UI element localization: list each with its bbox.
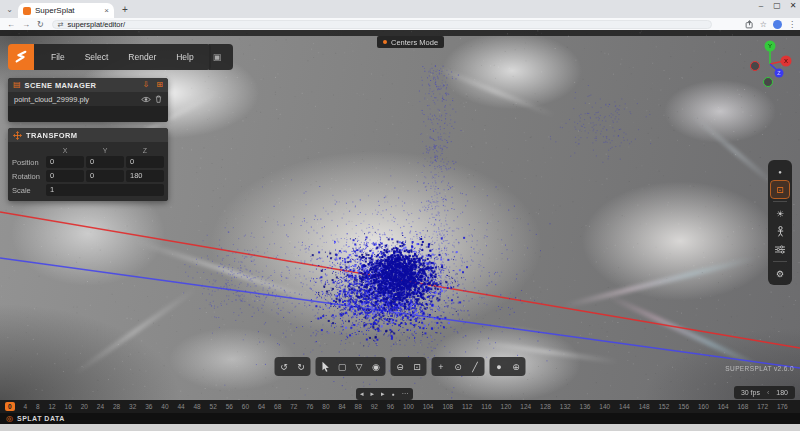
share-icon[interactable]: [745, 20, 754, 29]
play-button[interactable]: ▸: [371, 388, 375, 400]
timeline-tick-80[interactable]: 80: [322, 403, 329, 410]
timeline-tick-140[interactable]: 140: [599, 403, 610, 410]
site-info-icon[interactable]: ⇄: [58, 21, 64, 29]
timeline-tick-48[interactable]: 48: [193, 403, 200, 410]
forward-icon[interactable]: →: [22, 20, 30, 29]
position-y-input[interactable]: 0: [86, 156, 124, 168]
position-z-input[interactable]: 0: [126, 156, 164, 168]
translate-button[interactable]: +: [433, 358, 450, 375]
undo-button[interactable]: ↺: [276, 358, 293, 375]
timeline-tick-16[interactable]: 16: [65, 403, 72, 410]
gizmo-neg-x-axis[interactable]: [751, 62, 760, 71]
settings-gear-button[interactable]: ⚙: [771, 265, 789, 282]
brightness-button[interactable]: ☀: [771, 205, 789, 222]
timeline-tick-164[interactable]: 164: [718, 403, 729, 410]
supersplat-logo-icon[interactable]: [8, 44, 34, 70]
scene-manager-header[interactable]: ▤ SCENE MANAGER ⇩ ⊞: [8, 78, 168, 92]
timeline-tick-136[interactable]: 136: [580, 403, 591, 410]
box-select-button[interactable]: ⊡: [409, 358, 426, 375]
menu-item-file[interactable]: File: [42, 52, 74, 62]
profile-avatar[interactable]: [773, 20, 782, 29]
splat-mode-button[interactable]: ●: [771, 163, 789, 180]
axis-gizmo[interactable]: Y X Z: [746, 36, 794, 88]
timeline-ticks[interactable]: 0481216202428323640444852566064687276808…: [0, 400, 800, 413]
sphere-shape-button[interactable]: ●: [491, 358, 508, 375]
timeline-tick-20[interactable]: 20: [81, 403, 88, 410]
fps-value[interactable]: 30 fps: [741, 389, 760, 396]
timeline-tick-176[interactable]: 176: [777, 403, 788, 410]
total-frames-value[interactable]: 180: [776, 389, 788, 396]
scale-input[interactable]: 1: [46, 184, 164, 196]
more-button[interactable]: ⋯: [402, 388, 409, 400]
timeline-tick-112[interactable]: 112: [462, 403, 472, 410]
redo-button[interactable]: ↻: [293, 358, 310, 375]
timeline-tick-44[interactable]: 44: [177, 403, 184, 410]
timeline-tick-96[interactable]: 96: [387, 403, 394, 410]
rect-select-button[interactable]: ▢: [334, 358, 351, 375]
pose-button[interactable]: [771, 223, 789, 240]
prev-frame-button[interactable]: ◂: [360, 388, 364, 400]
browser-tab[interactable]: SuperSplat ×: [18, 3, 114, 18]
reload-icon[interactable]: ↻: [37, 20, 44, 29]
timeline-tick-104[interactable]: 104: [423, 403, 434, 410]
timeline-tick-40[interactable]: 40: [161, 403, 168, 410]
transform-header[interactable]: TRANSFORM: [8, 128, 168, 142]
picker-select-button[interactable]: [317, 358, 334, 375]
menu-item-select[interactable]: Select: [76, 52, 118, 62]
timeline-tick-88[interactable]: 88: [355, 403, 362, 410]
timeline-tick-0[interactable]: 0: [5, 402, 15, 411]
import-icon[interactable]: ⇩: [143, 81, 150, 89]
timeline-tick-36[interactable]: 36: [145, 403, 152, 410]
timeline-tick-12[interactable]: 12: [49, 403, 56, 410]
timeline-tick-120[interactable]: 120: [501, 403, 512, 410]
window-minimize-button[interactable]: –: [754, 1, 768, 10]
add-key-button[interactable]: ●: [392, 388, 395, 400]
gizmo-neg-y-axis[interactable]: [764, 78, 773, 87]
tab-search-icon[interactable]: ⌄: [4, 4, 15, 15]
menu-item-help[interactable]: Help: [167, 52, 202, 62]
timeline-tick-60[interactable]: 60: [242, 403, 249, 410]
browser-menu-icon[interactable]: ⋮: [788, 20, 796, 29]
timeline-tick-132[interactable]: 132: [560, 403, 571, 410]
sphere-select-button[interactable]: ⊖: [392, 358, 409, 375]
timeline-tick-124[interactable]: 124: [520, 403, 531, 410]
timeline-tick-84[interactable]: 84: [338, 403, 345, 410]
menu-item-render[interactable]: Render: [119, 52, 165, 62]
timeline-tick-28[interactable]: 28: [113, 403, 120, 410]
back-icon[interactable]: ←: [7, 20, 15, 29]
timeline-tick-116[interactable]: 116: [481, 403, 491, 410]
visibility-eye-icon[interactable]: [141, 96, 151, 103]
timeline-tick-100[interactable]: 100: [403, 403, 414, 410]
timeline-tick-144[interactable]: 144: [619, 403, 630, 410]
window-maximize-button[interactable]: ▢: [770, 1, 784, 10]
timeline-tick-68[interactable]: 68: [274, 403, 281, 410]
timeline-tick-152[interactable]: 152: [658, 403, 669, 410]
scale-button[interactable]: ╱: [467, 358, 484, 375]
timeline-tick-32[interactable]: 32: [129, 403, 136, 410]
rotation-x-input[interactable]: 0: [46, 170, 84, 182]
window-close-button[interactable]: ✕: [786, 1, 800, 10]
timeline-tick-128[interactable]: 128: [540, 403, 551, 410]
url-bar[interactable]: ⇄ supersplat/editor/: [52, 20, 712, 29]
timeline-tick-92[interactable]: 92: [371, 403, 378, 410]
shortcuts-icon[interactable]: ▣: [209, 52, 226, 62]
delete-trash-icon[interactable]: [155, 95, 162, 103]
timeline-tick-24[interactable]: 24: [97, 403, 104, 410]
brush-select-button[interactable]: ◉: [368, 358, 385, 375]
timeline-tick-148[interactable]: 148: [639, 403, 650, 410]
timeline-tick-108[interactable]: 108: [442, 403, 453, 410]
new-scene-icon[interactable]: ⊞: [156, 81, 163, 89]
rotation-z-input[interactable]: 180: [126, 170, 164, 182]
centers-mode-button[interactable]: ⊡: [771, 181, 789, 198]
view-options-button[interactable]: [771, 241, 789, 258]
bookmark-star-icon[interactable]: ☆: [760, 20, 767, 29]
timeline-tick-64[interactable]: 64: [258, 403, 265, 410]
timeline-tick-160[interactable]: 160: [698, 403, 709, 410]
timeline-tick-72[interactable]: 72: [290, 403, 297, 410]
timeline-tick-168[interactable]: 168: [737, 403, 748, 410]
timeline-tick-156[interactable]: 156: [678, 403, 689, 410]
position-x-input[interactable]: 0: [46, 156, 84, 168]
timeline-tick-76[interactable]: 76: [306, 403, 313, 410]
polygon-select-button[interactable]: ▽: [351, 358, 368, 375]
rotation-y-input[interactable]: 0: [86, 170, 124, 182]
